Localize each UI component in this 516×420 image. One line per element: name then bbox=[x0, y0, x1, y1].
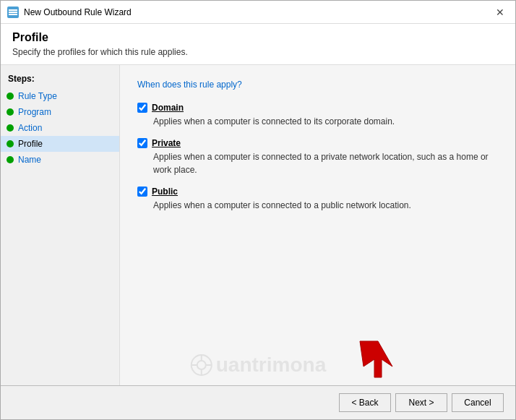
step-dot-rule-type bbox=[7, 93, 14, 100]
question-text: When does this rule apply? bbox=[137, 80, 498, 90]
next-button[interactable]: Next > bbox=[395, 393, 447, 412]
back-button[interactable]: < Back bbox=[339, 393, 391, 412]
sidebar-item-program[interactable]: Program bbox=[1, 104, 119, 120]
public-option-header: Public bbox=[137, 187, 498, 197]
svg-rect-1 bbox=[9, 12, 17, 13]
svg-rect-3 bbox=[9, 14, 17, 15]
sidebar-item-label-rule-type: Rule Type bbox=[18, 91, 57, 101]
private-checkbox[interactable] bbox=[137, 138, 147, 148]
close-button[interactable]: ✕ bbox=[491, 4, 509, 20]
private-description: Applies when a computer is connected to … bbox=[153, 150, 498, 176]
public-label: Public bbox=[152, 187, 178, 197]
sidebar-item-name[interactable]: Name bbox=[1, 152, 119, 168]
page-subtitle: Specify the profiles for which this rule… bbox=[12, 47, 504, 57]
private-option-group: Private Applies when a computer is conne… bbox=[137, 138, 498, 176]
public-checkbox[interactable] bbox=[137, 187, 147, 197]
domain-label: Domain bbox=[152, 103, 184, 113]
sidebar: Steps: Rule Type Program Action Profile … bbox=[1, 65, 120, 385]
sidebar-item-label-program: Program bbox=[18, 107, 51, 117]
footer: < Back Next > Cancel bbox=[1, 385, 515, 419]
window-icon bbox=[7, 6, 20, 19]
page-title: Profile bbox=[12, 31, 504, 44]
private-option-header: Private bbox=[137, 138, 498, 148]
domain-option-group: Domain Applies when a computer is connec… bbox=[137, 103, 498, 128]
sidebar-item-action[interactable]: Action bbox=[1, 120, 119, 136]
steps-label: Steps: bbox=[1, 74, 119, 88]
step-dot-program bbox=[7, 108, 14, 116]
svg-rect-2 bbox=[9, 9, 17, 11]
step-dot-profile bbox=[7, 140, 14, 147]
window-title: New Outbound Rule Wizard bbox=[24, 7, 491, 17]
sidebar-item-rule-type[interactable]: Rule Type bbox=[1, 88, 119, 104]
cancel-button[interactable]: Cancel bbox=[452, 393, 504, 412]
wizard-window: New Outbound Rule Wizard ✕ Profile Speci… bbox=[0, 0, 516, 420]
sidebar-item-label-action: Action bbox=[18, 123, 42, 133]
title-bar: New Outbound Rule Wizard ✕ bbox=[1, 1, 515, 24]
public-description: Applies when a computer is connected to … bbox=[153, 199, 498, 212]
main-content: When does this rule apply? Domain Applie… bbox=[120, 65, 515, 385]
sidebar-item-profile[interactable]: Profile bbox=[1, 136, 119, 152]
step-dot-name bbox=[7, 156, 14, 163]
sidebar-item-label-profile: Profile bbox=[18, 139, 43, 149]
domain-checkbox[interactable] bbox=[137, 103, 147, 113]
page-header: Profile Specify the profiles for which t… bbox=[1, 24, 515, 65]
public-option-group: Public Applies when a computer is connec… bbox=[137, 187, 498, 212]
domain-option-header: Domain bbox=[137, 103, 498, 113]
step-dot-action bbox=[7, 124, 14, 132]
sidebar-item-label-name: Name bbox=[18, 155, 41, 165]
content-area: Steps: Rule Type Program Action Profile … bbox=[1, 65, 515, 385]
domain-description: Applies when a computer is connected to … bbox=[153, 115, 498, 128]
private-label: Private bbox=[152, 138, 181, 148]
